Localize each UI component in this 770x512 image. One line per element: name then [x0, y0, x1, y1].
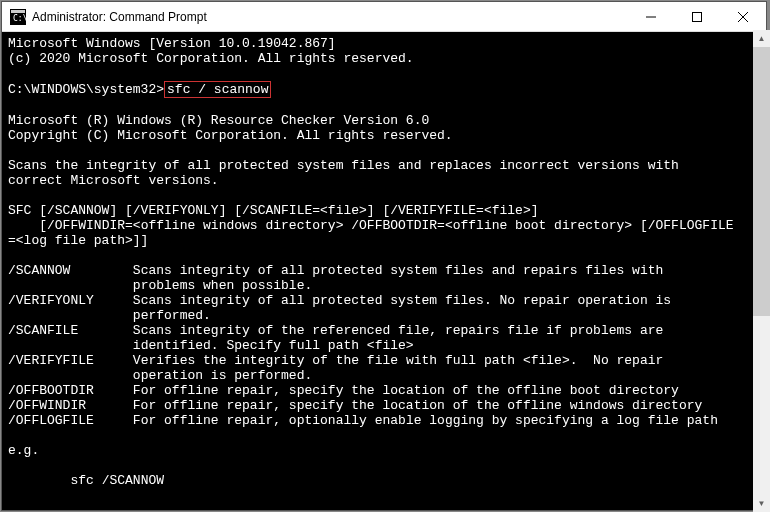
output-line: SFC [/SCANNOW] [/VERIFYONLY] [/SCANFILE=…: [8, 203, 539, 218]
output-line: correct Microsoft versions.: [8, 173, 219, 188]
output-line: Copyright (C) Microsoft Corporation. All…: [8, 128, 453, 143]
prompt-path: C:\WINDOWS\system32>: [8, 82, 164, 97]
option-desc: operation is performed.: [8, 368, 312, 383]
option-desc: For offline repair, optionally enable lo…: [94, 413, 718, 428]
option-desc: problems when possible.: [8, 278, 312, 293]
scroll-up-arrow[interactable]: ▲: [753, 30, 770, 47]
cmd-icon: C:\: [10, 9, 26, 25]
minimize-button[interactable]: [628, 2, 674, 32]
option-desc: Verifies the integrity of the file with …: [94, 353, 664, 368]
example-line: sfc /SCANNOW: [8, 473, 164, 488]
close-button[interactable]: [720, 2, 766, 32]
option-desc: Scans integrity of all protected system …: [94, 293, 671, 308]
command-prompt-window: C:\ Administrator: Command Prompt Micros…: [1, 1, 767, 511]
vertical-scrollbar[interactable]: ▲ ▼: [753, 30, 770, 512]
option-desc: Scans integrity of the referenced file, …: [78, 323, 663, 338]
option-name: /OFFBOOTDIR: [8, 383, 94, 398]
scroll-thumb[interactable]: [753, 47, 770, 316]
option-name: /VERIFYFILE: [8, 353, 94, 368]
output-line: [/OFFWINDIR=<offline windows directory> …: [8, 218, 734, 233]
option-name: /SCANNOW: [8, 263, 70, 278]
window-title: Administrator: Command Prompt: [32, 10, 207, 24]
titlebar[interactable]: C:\ Administrator: Command Prompt: [2, 2, 766, 32]
scroll-track[interactable]: [753, 47, 770, 495]
scroll-down-arrow[interactable]: ▼: [753, 495, 770, 512]
entered-command: sfc / scannow: [164, 81, 271, 98]
copyright-line: (c) 2020 Microsoft Corporation. All righ…: [8, 51, 414, 66]
terminal-output[interactable]: Microsoft Windows [Version 10.0.19042.86…: [2, 32, 766, 510]
output-line: Microsoft (R) Windows (R) Resource Check…: [8, 113, 429, 128]
svg-rect-1: [11, 10, 25, 13]
option-name: /SCANFILE: [8, 323, 78, 338]
option-name: /VERIFYONLY: [8, 293, 94, 308]
output-line: =<log file path>]]: [8, 233, 148, 248]
option-desc: For offline repair, specify the location…: [86, 398, 702, 413]
svg-text:C:\: C:\: [13, 14, 26, 23]
svg-rect-4: [693, 12, 702, 21]
option-name: /OFFLOGFILE: [8, 413, 94, 428]
option-desc: performed.: [8, 308, 211, 323]
output-line: Scans the integrity of all protected sys…: [8, 158, 679, 173]
version-line: Microsoft Windows [Version 10.0.19042.86…: [8, 36, 336, 51]
option-name: /OFFWINDIR: [8, 398, 86, 413]
output-line: e.g.: [8, 443, 39, 458]
option-desc: identified. Specify full path <file>: [8, 338, 414, 353]
option-desc: Scans integrity of all protected system …: [70, 263, 663, 278]
option-desc: For offline repair, specify the location…: [94, 383, 679, 398]
maximize-button[interactable]: [674, 2, 720, 32]
